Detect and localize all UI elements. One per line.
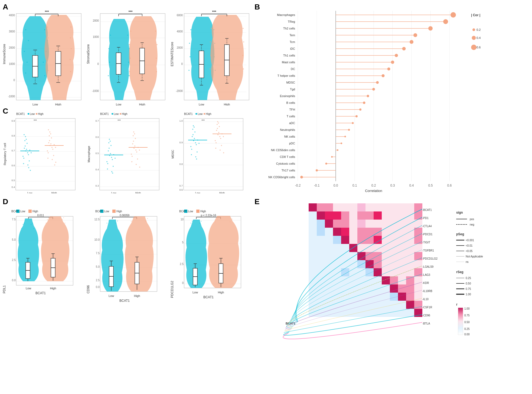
svg-rect-643 xyxy=(406,236,414,244)
svg-text:Th1 cells: Th1 cells xyxy=(283,54,295,57)
svg-point-413 xyxy=(220,138,221,139)
svg-text:Neutrophils: Neutrophils xyxy=(280,128,295,131)
svg-rect-723 xyxy=(374,284,382,293)
svg-rect-638 xyxy=(365,236,374,244)
svg-text:0.6: 0.6 xyxy=(11,164,15,167)
panel-e: E -BCAT1 -PD1 -CTLA4 -PDCD1 -TIGIT -TGFB… xyxy=(254,197,528,389)
svg-rect-717 xyxy=(325,284,333,293)
svg-point-456 xyxy=(23,224,24,225)
svg-rect-609 xyxy=(357,220,365,228)
svg-point-352 xyxy=(134,145,135,147)
svg-text:Low: Low xyxy=(199,103,204,105)
svg-rect-577 xyxy=(325,203,333,211)
svg-point-554 xyxy=(230,221,231,222)
svg-rect-737 xyxy=(374,293,382,301)
svg-rect-637 xyxy=(357,236,365,244)
svg-rect-680 xyxy=(365,260,374,268)
svg-rect-585 xyxy=(390,203,398,211)
svg-point-418 xyxy=(219,126,220,127)
svg-rect-655 xyxy=(390,244,398,252)
svg-point-303 xyxy=(47,158,48,159)
svg-text:NK CD56bright cells: NK CD56bright cells xyxy=(268,176,295,179)
svg-point-355 xyxy=(136,151,137,153)
svg-rect-619 xyxy=(325,228,333,236)
svg-point-552 xyxy=(215,221,216,222)
svg-rect-670 xyxy=(398,252,406,260)
svg-rect-703 xyxy=(325,276,333,284)
svg-point-198 xyxy=(376,81,379,84)
svg-rect-618 xyxy=(317,228,325,236)
svg-point-354 xyxy=(132,143,133,144)
svg-point-15 xyxy=(25,29,26,30)
svg-point-204 xyxy=(367,95,369,97)
svg-rect-726 xyxy=(398,284,406,293)
svg-point-391 xyxy=(194,138,195,139)
svg-text:-CSF1R: -CSF1R xyxy=(422,306,432,309)
svg-point-243 xyxy=(472,28,475,31)
svg-rect-646 xyxy=(317,244,325,252)
svg-point-459 xyxy=(32,223,33,224)
svg-text:Low: Low xyxy=(26,287,31,290)
svg-point-126 xyxy=(210,41,211,42)
svg-text:Low: Low xyxy=(104,210,109,213)
svg-rect-675 xyxy=(325,260,333,268)
svg-rect-624 xyxy=(365,228,374,236)
svg-text:0: 0 xyxy=(181,62,183,65)
svg-point-127 xyxy=(210,55,211,56)
panel-e-svg: -BCAT1 -PD1 -CTLA4 -PDCD1 -TIGIT -TGFBR1… xyxy=(254,197,528,389)
svg-text:p < 2.22e-16: p < 2.22e-16 xyxy=(201,214,216,217)
svg-text:<0.01: <0.01 xyxy=(466,244,473,247)
svg-point-461 xyxy=(34,228,34,229)
svg-point-31 xyxy=(47,27,48,28)
svg-text:1.00: 1.00 xyxy=(464,307,470,310)
svg-text:0.50: 0.50 xyxy=(464,321,470,324)
svg-point-82 xyxy=(155,31,156,32)
svg-point-356 xyxy=(133,141,134,142)
svg-point-410 xyxy=(218,132,219,133)
svg-text:PDCD1LG2: PDCD1LG2 xyxy=(170,281,174,298)
svg-text:Regulatory T cell: Regulatory T cell xyxy=(3,143,6,165)
svg-rect-578 xyxy=(333,203,341,211)
panel-b: B -0.2 -0.1 0.0 0.1 0.2 0.3 xyxy=(254,3,528,192)
svg-text:0: 0 xyxy=(97,62,99,65)
svg-rect-604 xyxy=(317,220,325,228)
svg-text:pos: pos xyxy=(470,218,474,221)
svg-point-18 xyxy=(27,62,28,63)
svg-text:0.00059: 0.00059 xyxy=(120,214,130,217)
svg-point-171 xyxy=(443,19,448,24)
svg-point-274 xyxy=(25,145,26,147)
svg-rect-594 xyxy=(349,211,357,220)
svg-point-363 xyxy=(139,150,140,151)
svg-text:High: High xyxy=(206,112,211,115)
svg-point-195 xyxy=(382,74,385,77)
svg-point-285 xyxy=(28,167,29,168)
svg-rect-763 xyxy=(357,309,365,317)
svg-text:Low: Low xyxy=(198,112,203,115)
svg-point-402 xyxy=(198,143,200,144)
svg-point-399 xyxy=(194,131,195,133)
svg-rect-642 xyxy=(398,236,406,244)
svg-point-553 xyxy=(217,219,218,220)
svg-rect-758 xyxy=(317,309,325,317)
svg-text:10.0: 10.0 xyxy=(94,238,100,241)
svg-text:0.75: 0.75 xyxy=(464,314,470,317)
svg-rect-606 xyxy=(333,220,341,228)
svg-text:High: High xyxy=(51,192,57,193)
svg-point-216 xyxy=(352,122,354,124)
svg-point-270 xyxy=(26,149,27,150)
svg-point-293 xyxy=(48,142,49,143)
svg-point-279 xyxy=(29,160,30,161)
svg-text:0.6: 0.6 xyxy=(476,46,481,49)
svg-rect-598 xyxy=(382,211,390,220)
panel-d-svg: Low High BCAT1 PDL1 7.5 5.0 2.5 0.0 0.01… xyxy=(3,197,252,389)
svg-point-472 xyxy=(65,223,66,224)
svg-text:0.75: 0.75 xyxy=(466,287,471,290)
svg-text:T cells: T cells xyxy=(286,115,295,118)
svg-text:High: High xyxy=(200,210,206,213)
svg-text:High: High xyxy=(116,210,122,213)
svg-text:0.2: 0.2 xyxy=(371,184,376,187)
svg-rect-434 xyxy=(28,210,32,213)
svg-text:5.0: 5.0 xyxy=(12,238,16,241)
svg-point-503 xyxy=(107,223,107,224)
svg-point-125 xyxy=(211,28,212,29)
